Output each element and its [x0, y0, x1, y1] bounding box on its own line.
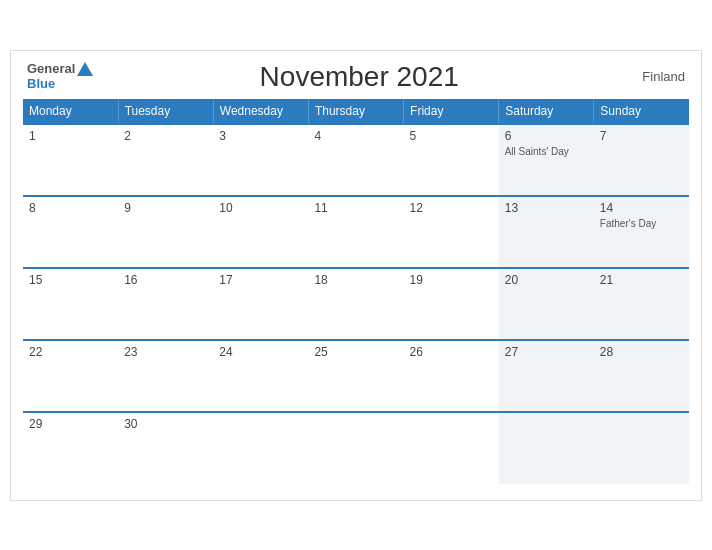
calendar-cell: 18	[308, 268, 403, 340]
logo-blue: Blue	[27, 76, 55, 91]
weekday-header-tuesday: Tuesday	[118, 99, 213, 124]
calendar-cell: 4	[308, 124, 403, 196]
day-number: 30	[124, 417, 207, 431]
calendar-cell	[308, 412, 403, 484]
weekday-header-thursday: Thursday	[308, 99, 403, 124]
calendar-table: MondayTuesdayWednesdayThursdayFridaySatu…	[23, 99, 689, 484]
day-number: 13	[505, 201, 588, 215]
week-row-4: 22232425262728	[23, 340, 689, 412]
calendar-cell: 10	[213, 196, 308, 268]
day-number: 26	[410, 345, 493, 359]
holiday-name: All Saints' Day	[505, 145, 588, 158]
calendar-cell: 5	[404, 124, 499, 196]
calendar-cell: 22	[23, 340, 118, 412]
calendar-cell: 25	[308, 340, 403, 412]
month-title: November 2021	[93, 61, 625, 93]
calendar-cell: 2	[118, 124, 213, 196]
calendar-cell: 27	[499, 340, 594, 412]
day-number: 15	[29, 273, 112, 287]
calendar-cell: 24	[213, 340, 308, 412]
calendar-cell: 3	[213, 124, 308, 196]
day-number: 5	[410, 129, 493, 143]
day-number: 23	[124, 345, 207, 359]
day-number: 1	[29, 129, 112, 143]
week-row-2: 891011121314Father's Day	[23, 196, 689, 268]
day-number: 24	[219, 345, 302, 359]
weekday-header-wednesday: Wednesday	[213, 99, 308, 124]
calendar-cell	[594, 412, 689, 484]
calendar-cell: 29	[23, 412, 118, 484]
logo-triangle-icon	[77, 62, 93, 76]
day-number: 12	[410, 201, 493, 215]
day-number: 14	[600, 201, 683, 215]
country-label: Finland	[625, 69, 685, 84]
week-row-3: 15161718192021	[23, 268, 689, 340]
weekday-header-row: MondayTuesdayWednesdayThursdayFridaySatu…	[23, 99, 689, 124]
day-number: 9	[124, 201, 207, 215]
calendar-cell: 19	[404, 268, 499, 340]
weekday-header-saturday: Saturday	[499, 99, 594, 124]
logo-general: General	[27, 62, 75, 76]
day-number: 16	[124, 273, 207, 287]
day-number: 3	[219, 129, 302, 143]
calendar-cell: 1	[23, 124, 118, 196]
calendar-cell: 11	[308, 196, 403, 268]
calendar-cell	[213, 412, 308, 484]
week-row-1: 123456All Saints' Day7	[23, 124, 689, 196]
header: General Blue November 2021 Finland	[23, 61, 689, 93]
day-number: 22	[29, 345, 112, 359]
calendar-cell: 23	[118, 340, 213, 412]
day-number: 17	[219, 273, 302, 287]
weekday-header-friday: Friday	[404, 99, 499, 124]
day-number: 20	[505, 273, 588, 287]
calendar-cell	[499, 412, 594, 484]
calendar-cell: 6All Saints' Day	[499, 124, 594, 196]
calendar-cell: 13	[499, 196, 594, 268]
day-number: 2	[124, 129, 207, 143]
day-number: 11	[314, 201, 397, 215]
day-number: 7	[600, 129, 683, 143]
day-number: 4	[314, 129, 397, 143]
day-number: 10	[219, 201, 302, 215]
weekday-header-monday: Monday	[23, 99, 118, 124]
calendar-cell: 12	[404, 196, 499, 268]
calendar-cell: 26	[404, 340, 499, 412]
day-number: 19	[410, 273, 493, 287]
day-number: 18	[314, 273, 397, 287]
holiday-name: Father's Day	[600, 217, 683, 230]
logo: General Blue	[27, 62, 93, 91]
calendar-cell: 9	[118, 196, 213, 268]
day-number: 25	[314, 345, 397, 359]
calendar-cell: 8	[23, 196, 118, 268]
day-number: 8	[29, 201, 112, 215]
day-number: 21	[600, 273, 683, 287]
day-number: 28	[600, 345, 683, 359]
calendar-cell: 28	[594, 340, 689, 412]
calendar-cell: 7	[594, 124, 689, 196]
calendar-cell: 30	[118, 412, 213, 484]
calendar-cell: 20	[499, 268, 594, 340]
calendar-cell: 17	[213, 268, 308, 340]
weekday-header-sunday: Sunday	[594, 99, 689, 124]
week-row-5: 2930	[23, 412, 689, 484]
calendar-cell	[404, 412, 499, 484]
calendar-wrapper: General Blue November 2021 Finland Monda…	[10, 50, 702, 501]
calendar-cell: 14Father's Day	[594, 196, 689, 268]
calendar-cell: 15	[23, 268, 118, 340]
day-number: 27	[505, 345, 588, 359]
day-number: 29	[29, 417, 112, 431]
calendar-cell: 16	[118, 268, 213, 340]
calendar-cell: 21	[594, 268, 689, 340]
day-number: 6	[505, 129, 588, 143]
